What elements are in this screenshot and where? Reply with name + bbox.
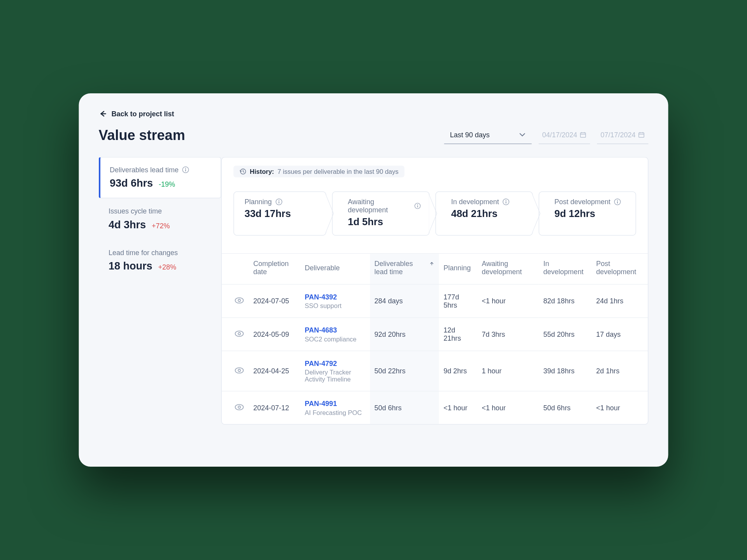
cell-post: 17 days <box>591 318 648 351</box>
metric-value: 4d 3hrs <box>109 219 146 231</box>
step-label: Post development <box>554 198 610 206</box>
date-from-input[interactable]: 04/17/2024 <box>539 126 590 144</box>
app-window: Back to project list Value stream Last 9… <box>79 93 668 467</box>
cell-date: 2024-04-25 <box>249 351 300 391</box>
step-value: 1d 5hrs <box>348 217 421 228</box>
info-icon[interactable] <box>614 198 621 205</box>
range-select[interactable]: Last 90 days <box>444 126 532 144</box>
step-value: 33d 17hrs <box>245 208 318 220</box>
history-chip: History: 7 issues per deliverable in the… <box>233 166 404 177</box>
eye-icon[interactable] <box>235 296 244 305</box>
table-row: 2024-07-12PAN-4991AI Forecasting POC50d … <box>222 391 648 424</box>
step-value: 48d 21hrs <box>451 208 524 220</box>
step-planning[interactable]: Planning 33d 17hrs <box>233 191 326 236</box>
issue-name: AI Forecasting POC <box>305 409 365 416</box>
cell-awaiting: <1 hour <box>477 284 538 318</box>
table-row: 2024-05-09PAN-4683SOC2 compliance92d 20h… <box>222 318 648 351</box>
deliverables-table: Completion date Deliverable Deliverables… <box>222 253 648 424</box>
cell-post: 24d 1hrs <box>591 284 648 318</box>
metric-delta: +72% <box>152 222 170 230</box>
cell-indev: 82d 18hrs <box>539 284 592 318</box>
cell-deliverable: PAN-4392SSO support <box>300 284 370 318</box>
table-header-row: Completion date Deliverable Deliverables… <box>222 254 648 285</box>
step-post[interactable]: Post development 9d 12hrs <box>539 191 637 236</box>
cell-awaiting: 7d 3hrs <box>477 318 538 351</box>
cell-planning: 9d 2hrs <box>439 351 477 391</box>
step-value: 9d 12hrs <box>554 208 628 220</box>
date-from-value: 04/17/2024 <box>542 131 577 139</box>
date-to-input[interactable]: 07/17/2024 <box>597 126 649 144</box>
cell-lead: 284 days <box>370 284 439 318</box>
issue-link[interactable]: PAN-4392 <box>305 293 365 301</box>
th-lead-label: Deliverables lead time <box>374 260 427 276</box>
issue-link[interactable]: PAN-4991 <box>305 400 365 408</box>
back-link-label: Back to project list <box>112 110 174 118</box>
metric-label: Issues cycle time <box>109 207 162 215</box>
arrow-left-icon <box>99 110 107 118</box>
page-title: Value stream <box>99 127 185 143</box>
cell-indev: 50d 6hrs <box>539 391 592 424</box>
th-awaiting[interactable]: Awaiting development <box>477 254 538 285</box>
cell-lead: 50d 6hrs <box>370 391 439 424</box>
metric-label: Lead time for changes <box>109 248 178 257</box>
chevron-down-icon <box>519 131 526 138</box>
metric-value: 18 hours <box>109 260 153 273</box>
issue-link[interactable]: PAN-4792 <box>305 359 365 368</box>
cell-lead: 50d 22hrs <box>370 351 439 391</box>
issue-name: Delivery Tracker Activity Timeline <box>305 369 365 383</box>
header-row: Value stream Last 90 days 04/17/2024 07/… <box>99 126 649 144</box>
th-completion[interactable]: Completion date <box>249 254 300 285</box>
step-label: Planning <box>245 198 272 206</box>
eye-icon[interactable] <box>235 402 244 411</box>
eye-icon[interactable] <box>235 366 244 375</box>
calendar-icon <box>580 131 587 138</box>
history-text: 7 issues per deliverable in the last 90 … <box>277 168 398 175</box>
info-icon[interactable] <box>503 198 510 205</box>
cell-awaiting: 1 hour <box>477 351 538 391</box>
eye-icon[interactable] <box>235 329 244 338</box>
cell-indev: 55d 20hrs <box>539 318 592 351</box>
issue-name: SOC2 compliance <box>305 336 365 343</box>
metric-delta: +28% <box>158 263 177 271</box>
pipeline: Planning 33d 17hrs Awaiting development … <box>222 177 648 253</box>
cell-post: <1 hour <box>591 391 648 424</box>
history-icon <box>239 168 246 175</box>
step-label: In development <box>451 198 499 206</box>
cell-awaiting: <1 hour <box>477 391 538 424</box>
cell-date: 2024-05-09 <box>249 318 300 351</box>
cell-post: 2d 1hrs <box>591 351 648 391</box>
info-icon[interactable] <box>414 203 421 210</box>
table-row: 2024-07-05PAN-4392SSO support284 days177… <box>222 284 648 318</box>
metric-issues-cycle[interactable]: Issues cycle time 4d 3hrs +72% <box>99 198 221 240</box>
cell-deliverable: PAN-4792Delivery Tracker Activity Timeli… <box>300 351 370 391</box>
th-deliverable[interactable]: Deliverable <box>300 254 370 285</box>
range-value: Last 90 days <box>450 131 490 139</box>
metric-label: Deliverables lead time <box>110 166 179 174</box>
th-lead[interactable]: Deliverables lead time <box>370 254 439 285</box>
cell-indev: 39d 18hrs <box>539 351 592 391</box>
cell-planning: <1 hour <box>439 391 477 424</box>
issue-name: SSO support <box>305 302 365 309</box>
metric-lead-changes[interactable]: Lead time for changes 18 hours +28% <box>99 240 221 282</box>
cell-planning: 12d 21hrs <box>439 318 477 351</box>
th-planning[interactable]: Planning <box>439 254 477 285</box>
calendar-icon <box>638 131 645 138</box>
cell-deliverable: PAN-4991AI Forecasting POC <box>300 391 370 424</box>
cell-planning: 177d 5hrs <box>439 284 477 318</box>
step-awaiting[interactable]: Awaiting development 1d 5hrs <box>332 191 430 236</box>
cell-lead: 92d 20hrs <box>370 318 439 351</box>
side-metrics: Deliverables lead time 93d 6hrs -19% Iss… <box>99 157 221 425</box>
history-prefix: History: <box>250 168 274 175</box>
info-icon[interactable] <box>182 166 189 173</box>
metric-delta: -19% <box>159 180 175 189</box>
metric-deliverables-lead[interactable]: Deliverables lead time 93d 6hrs -19% <box>99 157 221 199</box>
filters: Last 90 days 04/17/2024 07/17/2024 <box>444 126 649 144</box>
th-post[interactable]: Post development <box>591 254 648 285</box>
back-link[interactable]: Back to project list <box>99 110 174 118</box>
step-indev[interactable]: In development 48d 21hrs <box>435 191 533 236</box>
info-icon[interactable] <box>275 198 282 205</box>
main-panel: History: 7 issues per deliverable in the… <box>221 157 649 425</box>
step-label: Awaiting development <box>348 198 411 214</box>
th-indev[interactable]: In development <box>539 254 592 285</box>
issue-link[interactable]: PAN-4683 <box>305 326 365 334</box>
